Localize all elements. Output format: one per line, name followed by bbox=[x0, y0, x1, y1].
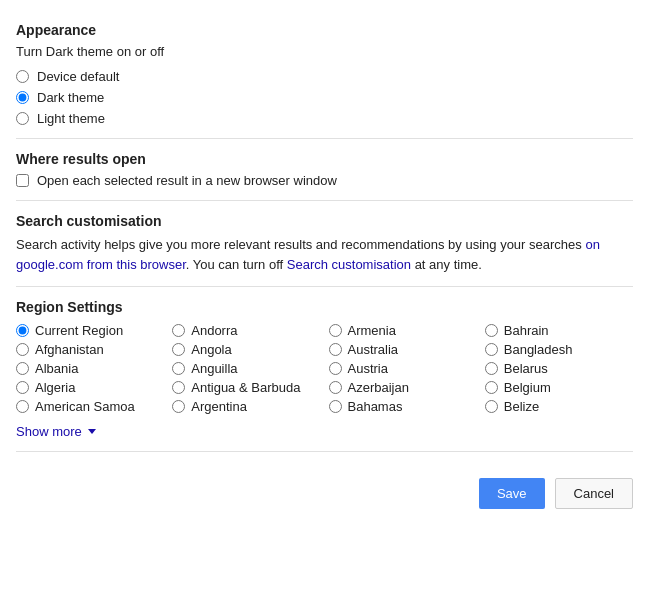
region-option[interactable]: Current Region bbox=[16, 323, 164, 338]
dark-theme-option[interactable]: Dark theme bbox=[16, 90, 633, 105]
appearance-title: Appearance bbox=[16, 22, 633, 38]
region-option[interactable]: Algeria bbox=[16, 380, 164, 395]
region-option[interactable]: Albania bbox=[16, 361, 164, 376]
region-radio[interactable] bbox=[16, 400, 29, 413]
region-radio[interactable] bbox=[172, 400, 185, 413]
region-label: Belize bbox=[504, 399, 539, 414]
region-option[interactable]: Australia bbox=[329, 342, 477, 357]
region-label: Bahamas bbox=[348, 399, 403, 414]
where-results-title: Where results open bbox=[16, 151, 633, 167]
region-option[interactable]: Anguilla bbox=[172, 361, 320, 376]
region-label: Antigua & Barbuda bbox=[191, 380, 300, 395]
show-more-button[interactable]: Show more bbox=[16, 424, 96, 439]
region-radio[interactable] bbox=[16, 381, 29, 394]
region-label: Armenia bbox=[348, 323, 396, 338]
search-customisation-link[interactable]: Search customisation bbox=[287, 257, 411, 272]
region-option[interactable]: Austria bbox=[329, 361, 477, 376]
new-window-checkbox-label[interactable]: Open each selected result in a new brows… bbox=[16, 173, 633, 188]
region-label: Austria bbox=[348, 361, 388, 376]
appearance-section: Appearance Turn Dark theme on or off Dev… bbox=[16, 10, 633, 139]
region-option[interactable]: Antigua & Barbuda bbox=[172, 380, 320, 395]
save-button[interactable]: Save bbox=[479, 478, 545, 509]
light-theme-label: Light theme bbox=[37, 111, 105, 126]
region-grid: Current RegionAndorraArmeniaBahrainAfgha… bbox=[16, 323, 633, 414]
region-radio[interactable] bbox=[485, 324, 498, 337]
region-option[interactable]: Belgium bbox=[485, 380, 633, 395]
chevron-down-icon bbox=[88, 429, 96, 434]
region-label: Albania bbox=[35, 361, 78, 376]
region-label: Azerbaijan bbox=[348, 380, 409, 395]
region-settings-title: Region Settings bbox=[16, 299, 633, 315]
region-label: Anguilla bbox=[191, 361, 237, 376]
region-radio[interactable] bbox=[485, 381, 498, 394]
search-customisation-section: Search customisation Search activity hel… bbox=[16, 201, 633, 287]
desc-text-part2: . You can turn off bbox=[186, 257, 287, 272]
region-option[interactable]: Bangladesh bbox=[485, 342, 633, 357]
region-option[interactable]: Armenia bbox=[329, 323, 477, 338]
device-default-radio[interactable] bbox=[16, 70, 29, 83]
dark-theme-radio[interactable] bbox=[16, 91, 29, 104]
region-option[interactable]: Belize bbox=[485, 399, 633, 414]
search-customisation-desc: Search activity helps give you more rele… bbox=[16, 235, 633, 274]
region-option[interactable]: Azerbaijan bbox=[329, 380, 477, 395]
region-radio[interactable] bbox=[16, 324, 29, 337]
new-window-label: Open each selected result in a new brows… bbox=[37, 173, 337, 188]
where-results-section: Where results open Open each selected re… bbox=[16, 139, 633, 201]
device-default-option[interactable]: Device default bbox=[16, 69, 633, 84]
region-radio[interactable] bbox=[172, 324, 185, 337]
new-window-checkbox[interactable] bbox=[16, 174, 29, 187]
show-more-label: Show more bbox=[16, 424, 82, 439]
region-label: American Samoa bbox=[35, 399, 135, 414]
region-radio[interactable] bbox=[485, 343, 498, 356]
region-label: Belarus bbox=[504, 361, 548, 376]
region-radio[interactable] bbox=[16, 343, 29, 356]
dark-theme-label: Dark theme bbox=[37, 90, 104, 105]
desc-text-part1: Search activity helps give you more rele… bbox=[16, 237, 585, 252]
region-radio[interactable] bbox=[172, 343, 185, 356]
region-option[interactable]: Bahamas bbox=[329, 399, 477, 414]
region-label: Belgium bbox=[504, 380, 551, 395]
region-label: Andorra bbox=[191, 323, 237, 338]
region-label: Angola bbox=[191, 342, 231, 357]
region-radio[interactable] bbox=[329, 381, 342, 394]
device-default-label: Device default bbox=[37, 69, 119, 84]
region-label: Bangladesh bbox=[504, 342, 573, 357]
region-label: Argentina bbox=[191, 399, 247, 414]
region-radio[interactable] bbox=[485, 362, 498, 375]
region-option[interactable]: Argentina bbox=[172, 399, 320, 414]
region-radio[interactable] bbox=[329, 400, 342, 413]
region-option[interactable]: Belarus bbox=[485, 361, 633, 376]
region-label: Bahrain bbox=[504, 323, 549, 338]
region-option[interactable]: Andorra bbox=[172, 323, 320, 338]
light-theme-radio[interactable] bbox=[16, 112, 29, 125]
region-label: Current Region bbox=[35, 323, 123, 338]
region-radio[interactable] bbox=[172, 381, 185, 394]
region-option[interactable]: American Samoa bbox=[16, 399, 164, 414]
cancel-button[interactable]: Cancel bbox=[555, 478, 633, 509]
region-radio[interactable] bbox=[329, 362, 342, 375]
region-radio[interactable] bbox=[16, 362, 29, 375]
region-radio[interactable] bbox=[329, 343, 342, 356]
desc-text-part3: at any time. bbox=[411, 257, 482, 272]
region-option[interactable]: Afghanistan bbox=[16, 342, 164, 357]
region-option[interactable]: Angola bbox=[172, 342, 320, 357]
light-theme-option[interactable]: Light theme bbox=[16, 111, 633, 126]
appearance-subtitle: Turn Dark theme on or off bbox=[16, 44, 633, 59]
region-radio[interactable] bbox=[485, 400, 498, 413]
region-label: Afghanistan bbox=[35, 342, 104, 357]
region-label: Australia bbox=[348, 342, 399, 357]
footer-buttons: Save Cancel bbox=[0, 462, 649, 519]
theme-radio-group: Device default Dark theme Light theme bbox=[16, 69, 633, 126]
region-radio[interactable] bbox=[329, 324, 342, 337]
region-label: Algeria bbox=[35, 380, 75, 395]
region-settings-section: Region Settings Current RegionAndorraArm… bbox=[16, 287, 633, 452]
search-customisation-title: Search customisation bbox=[16, 213, 633, 229]
region-radio[interactable] bbox=[172, 362, 185, 375]
region-option[interactable]: Bahrain bbox=[485, 323, 633, 338]
